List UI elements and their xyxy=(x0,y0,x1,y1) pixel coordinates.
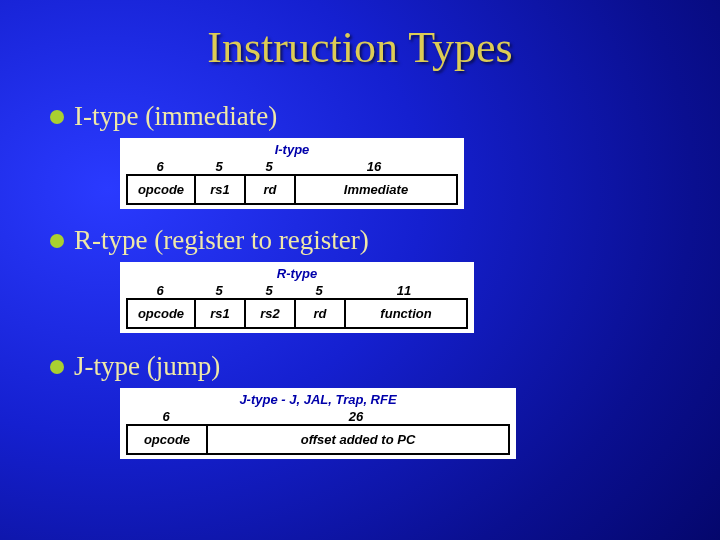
field-name: Immediate xyxy=(296,176,456,203)
field-name: opcode xyxy=(128,300,196,327)
diagram-title: I-type xyxy=(126,142,458,157)
diagram-r-type: R-type 6 5 5 5 11 opcode rs1 rs2 rd func… xyxy=(120,262,680,333)
bullet-j-type: J-type (jump) xyxy=(50,351,680,382)
bit-width: 5 xyxy=(294,283,344,298)
bits-row: 6 26 xyxy=(126,409,510,424)
bit-width: 11 xyxy=(344,283,464,298)
field-name: offset added to PC xyxy=(208,426,508,453)
section-r-type: R-type (register to register) R-type 6 5… xyxy=(50,225,680,333)
fields-row: opcode rs1 rs2 rd function xyxy=(126,298,468,329)
bullet-dot-icon xyxy=(50,110,64,124)
bullet-text: J-type (jump) xyxy=(74,351,220,382)
bit-width: 5 xyxy=(244,283,294,298)
field-name: rs1 xyxy=(196,176,246,203)
field-name: function xyxy=(346,300,466,327)
field-name: rd xyxy=(246,176,296,203)
bullet-text: R-type (register to register) xyxy=(74,225,369,256)
bullet-r-type: R-type (register to register) xyxy=(50,225,680,256)
field-name: rd xyxy=(296,300,346,327)
section-j-type: J-type (jump) J-type - J, JAL, Trap, RFE… xyxy=(50,351,680,459)
bit-width: 5 xyxy=(244,159,294,174)
field-name: rs2 xyxy=(246,300,296,327)
bit-width: 5 xyxy=(194,283,244,298)
section-i-type: I-type (immediate) I-type 6 5 5 16 opcod… xyxy=(50,101,680,209)
bit-width: 6 xyxy=(126,409,206,424)
bullet-dot-icon xyxy=(50,234,64,248)
slide-content: I-type (immediate) I-type 6 5 5 16 opcod… xyxy=(0,101,720,459)
bullet-i-type: I-type (immediate) xyxy=(50,101,680,132)
field-name: opcode xyxy=(128,176,196,203)
bits-row: 6 5 5 16 xyxy=(126,159,458,174)
diagram-j-type: J-type - J, JAL, Trap, RFE 6 26 opcode o… xyxy=(120,388,680,459)
bit-width: 5 xyxy=(194,159,244,174)
diagram-i-type: I-type 6 5 5 16 opcode rs1 rd Immediate xyxy=(120,138,680,209)
slide-title: Instruction Types xyxy=(0,0,720,87)
bit-width: 6 xyxy=(126,159,194,174)
fields-row: opcode rs1 rd Immediate xyxy=(126,174,458,205)
bits-row: 6 5 5 5 11 xyxy=(126,283,468,298)
field-name: opcode xyxy=(128,426,208,453)
field-name: rs1 xyxy=(196,300,246,327)
bit-width: 16 xyxy=(294,159,454,174)
fields-row: opcode offset added to PC xyxy=(126,424,510,455)
bit-width: 6 xyxy=(126,283,194,298)
diagram-title: J-type - J, JAL, Trap, RFE xyxy=(126,392,510,407)
diagram-title: R-type xyxy=(126,266,468,281)
bullet-text: I-type (immediate) xyxy=(74,101,277,132)
bullet-dot-icon xyxy=(50,360,64,374)
bit-width: 26 xyxy=(206,409,506,424)
